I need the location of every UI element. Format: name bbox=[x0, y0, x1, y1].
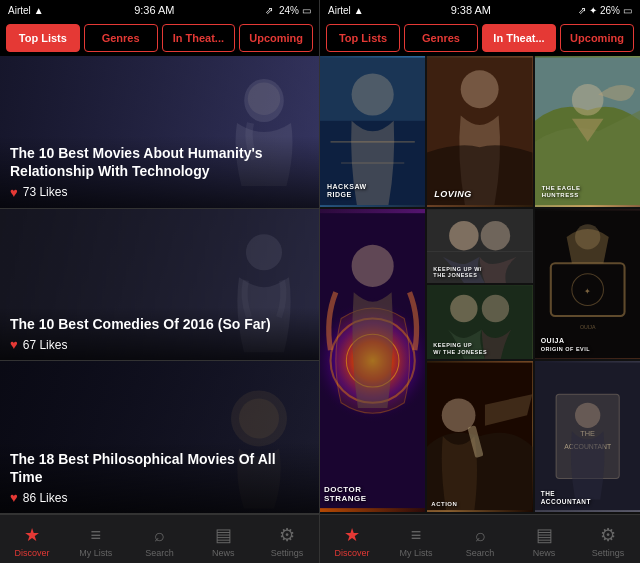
svg-point-18 bbox=[352, 244, 394, 286]
left-nav-icon: ⇗ bbox=[265, 5, 273, 16]
joneses-bot-title: KEEPING UPW/ THE JONESES bbox=[431, 340, 528, 357]
right-nav-search[interactable]: ⌕ Search bbox=[448, 521, 512, 558]
settings-label-left: Settings bbox=[271, 548, 304, 558]
news-icon-right: ▤ bbox=[536, 524, 553, 546]
settings-label-right: Settings bbox=[592, 548, 625, 558]
right-status-bar: Airtel ▲ 9:38 AM ⇗ ✦ 26% ▭ bbox=[320, 0, 640, 20]
mylists-icon-right: ≡ bbox=[411, 525, 422, 546]
svg-point-29 bbox=[575, 224, 600, 249]
svg-point-7 bbox=[352, 73, 394, 115]
item-2-title: The 10 Best Comedies Of 2016 (So Far) bbox=[10, 315, 309, 333]
svg-text:OUIJA: OUIJA bbox=[580, 323, 596, 329]
svg-point-11 bbox=[461, 70, 499, 108]
tab-top-lists-left[interactable]: Top Lists bbox=[6, 24, 80, 52]
movie-card-strange[interactable]: DOCTORSTRANGE bbox=[320, 209, 425, 512]
loving-art bbox=[427, 56, 532, 207]
item-3-likes: 86 Likes bbox=[23, 491, 68, 505]
news-label-right: News bbox=[533, 548, 556, 558]
eagle-title: THE EAGLEHUNTRESS bbox=[539, 182, 636, 202]
discover-icon-right: ★ bbox=[344, 524, 360, 546]
right-battery-icon: ▭ bbox=[623, 5, 632, 16]
svg-point-24 bbox=[451, 295, 478, 322]
search-label-right: Search bbox=[466, 548, 495, 558]
left-wifi-icon: ▲ bbox=[34, 5, 44, 16]
news-label-left: News bbox=[212, 548, 235, 558]
discover-label-left: Discover bbox=[14, 548, 49, 558]
movie-card-loving[interactable]: LOVING bbox=[427, 56, 532, 207]
right-nav-icon: ⇗ bbox=[578, 5, 586, 16]
right-nav-mylists[interactable]: ≡ My Lists bbox=[384, 521, 448, 558]
tab-genres-left[interactable]: Genres bbox=[84, 24, 158, 52]
search-icon-right: ⌕ bbox=[475, 525, 486, 546]
left-bottom-nav: ★ Discover ≡ My Lists ⌕ Search ▤ News ⚙ … bbox=[0, 514, 319, 563]
right-nav-tabs: Top Lists Genres In Theat... Upcoming bbox=[320, 20, 640, 56]
tab-genres-right[interactable]: Genres bbox=[404, 24, 478, 52]
right-nav-news[interactable]: ▤ News bbox=[512, 520, 576, 558]
movie-card-hacksaw[interactable]: HACKSAWRIDGE bbox=[320, 56, 425, 207]
ouija-title: OUIJAORIGIN OF EVIL bbox=[539, 335, 636, 356]
search-icon-left: ⌕ bbox=[154, 525, 165, 546]
right-bottom-nav: ★ Discover ≡ My Lists ⌕ Search ▤ News ⚙ … bbox=[320, 514, 640, 563]
svg-point-1 bbox=[248, 82, 280, 114]
movie-card-joneses-top[interactable]: KEEPING UP W/THE JONESES bbox=[427, 209, 532, 283]
list-item-3[interactable]: The 18 Best Philosophical Movies Of All … bbox=[0, 361, 319, 514]
right-battery: 26% bbox=[600, 5, 620, 16]
movie-card-action-left[interactable]: ACTION bbox=[427, 361, 532, 512]
tab-in-theaters-right[interactable]: In Theat... bbox=[482, 24, 556, 52]
movie-card-accountant[interactable]: THE ACCOUNTANT THEACCOUNTANT bbox=[535, 361, 640, 512]
discover-icon-left: ★ bbox=[24, 524, 40, 546]
heart-icon-2: ♥ bbox=[10, 337, 18, 352]
right-nav-discover[interactable]: ★ Discover bbox=[320, 520, 384, 558]
left-content-list: The 10 Best Movies About Humanity's Rela… bbox=[0, 56, 319, 514]
left-nav-tabs: Top Lists Genres In Theat... Upcoming bbox=[0, 20, 319, 56]
left-time: 9:36 AM bbox=[134, 4, 174, 16]
tab-top-lists-right[interactable]: Top Lists bbox=[326, 24, 400, 52]
strange-art bbox=[320, 209, 425, 512]
settings-icon-right: ⚙ bbox=[600, 524, 616, 546]
svg-point-4 bbox=[239, 399, 279, 439]
settings-icon-left: ⚙ bbox=[279, 524, 295, 546]
mylists-label-right: My Lists bbox=[399, 548, 432, 558]
left-nav-news[interactable]: ▤ News bbox=[191, 520, 255, 558]
hacksaw-title: HACKSAWRIDGE bbox=[324, 180, 421, 203]
left-nav-discover[interactable]: ★ Discover bbox=[0, 520, 64, 558]
movie-card-ouija[interactable]: ✦ OUIJA OUIJAORIGIN OF EVIL bbox=[535, 209, 640, 360]
loving-title: LOVING bbox=[431, 186, 528, 203]
right-phone-panel: Airtel ▲ 9:38 AM ⇗ ✦ 26% ▭ Top Lists Gen… bbox=[320, 0, 640, 563]
right-bt-icon: ✦ bbox=[589, 5, 597, 16]
left-nav-settings[interactable]: ⚙ Settings bbox=[255, 520, 319, 558]
accountant-title: THEACCOUNTANT bbox=[539, 488, 636, 508]
right-carrier: Airtel bbox=[328, 5, 351, 16]
list-item-2[interactable]: The 10 Best Comedies Of 2016 (So Far) ♥ … bbox=[0, 209, 319, 362]
svg-point-13 bbox=[572, 84, 604, 116]
svg-point-2 bbox=[246, 234, 282, 270]
tab-in-theaters-left[interactable]: In Theat... bbox=[162, 24, 236, 52]
tab-upcoming-left[interactable]: Upcoming bbox=[239, 24, 313, 52]
action-left-title: ACTION bbox=[431, 501, 528, 508]
right-wifi-icon: ▲ bbox=[354, 5, 364, 16]
list-item-1[interactable]: The 10 Best Movies About Humanity's Rela… bbox=[0, 56, 319, 209]
action-left-art bbox=[427, 361, 532, 512]
mylists-icon-left: ≡ bbox=[90, 525, 101, 546]
joneses-top-title: KEEPING UP W/THE JONESES bbox=[431, 264, 528, 281]
svg-text:✦: ✦ bbox=[584, 285, 591, 295]
left-battery: 24% bbox=[279, 5, 299, 16]
item-3-title: The 18 Best Philosophical Movies Of All … bbox=[10, 450, 309, 486]
heart-icon-3: ♥ bbox=[10, 490, 18, 505]
left-nav-search[interactable]: ⌕ Search bbox=[128, 521, 192, 558]
left-nav-mylists[interactable]: ≡ My Lists bbox=[64, 521, 128, 558]
middle-column-rows: KEEPING UP W/THE JONESES KEEPING UPW/ TH… bbox=[427, 209, 532, 360]
strange-title: DOCTORSTRANGE bbox=[324, 485, 421, 504]
right-nav-settings[interactable]: ⚙ Settings bbox=[576, 520, 640, 558]
movie-card-eagle[interactable]: THE EAGLEHUNTRESS bbox=[535, 56, 640, 207]
discover-label-right: Discover bbox=[334, 548, 369, 558]
item-1-likes: 73 Likes bbox=[23, 185, 68, 199]
left-battery-icon: ▭ bbox=[302, 5, 311, 16]
tab-upcoming-right[interactable]: Upcoming bbox=[560, 24, 634, 52]
movie-card-joneses-bot[interactable]: KEEPING UPW/ THE JONESES bbox=[427, 285, 532, 359]
svg-text:THE: THE bbox=[580, 430, 595, 439]
svg-point-25 bbox=[482, 295, 509, 322]
svg-point-20 bbox=[449, 221, 478, 250]
left-carrier: Airtel bbox=[8, 5, 31, 16]
heart-icon-1: ♥ bbox=[10, 185, 18, 200]
